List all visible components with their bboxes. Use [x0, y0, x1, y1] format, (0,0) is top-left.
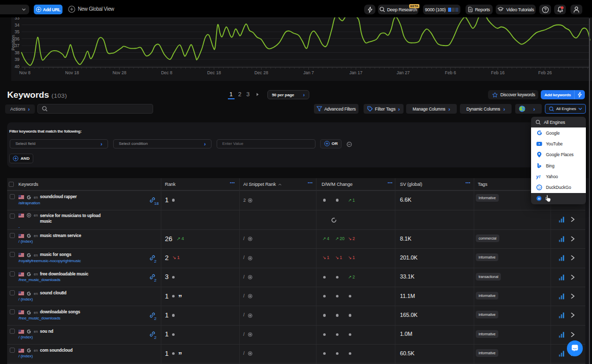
- svg-text:33: 33: [15, 17, 20, 20]
- svg-text:Dec 28: Dec 28: [255, 70, 268, 75]
- svg-text:Jan 7: Jan 7: [303, 70, 314, 75]
- svg-text:Dec 18: Dec 18: [207, 70, 221, 75]
- svg-text:Dec 8: Dec 8: [161, 70, 172, 75]
- svg-text:Jan 17: Jan 17: [349, 70, 363, 75]
- svg-text:Nov 8: Nov 8: [19, 70, 30, 75]
- svg-text:40: 40: [15, 64, 20, 69]
- svg-text:34: 34: [15, 23, 20, 28]
- svg-text:Position: Position: [11, 35, 16, 51]
- svg-text:39: 39: [15, 57, 20, 62]
- svg-text:Feb 16: Feb 16: [491, 70, 505, 75]
- svg-text:Nov 18: Nov 18: [65, 70, 79, 75]
- svg-text:Feb 6: Feb 6: [445, 70, 456, 75]
- svg-text:y!: y!: [536, 174, 540, 179]
- svg-text:Nov 28: Nov 28: [113, 70, 126, 75]
- svg-text:Feb 26: Feb 26: [538, 70, 552, 75]
- svg-text:AI: AI: [538, 198, 540, 200]
- svg-text:35: 35: [15, 29, 20, 34]
- svg-text:Jan 27: Jan 27: [397, 70, 410, 75]
